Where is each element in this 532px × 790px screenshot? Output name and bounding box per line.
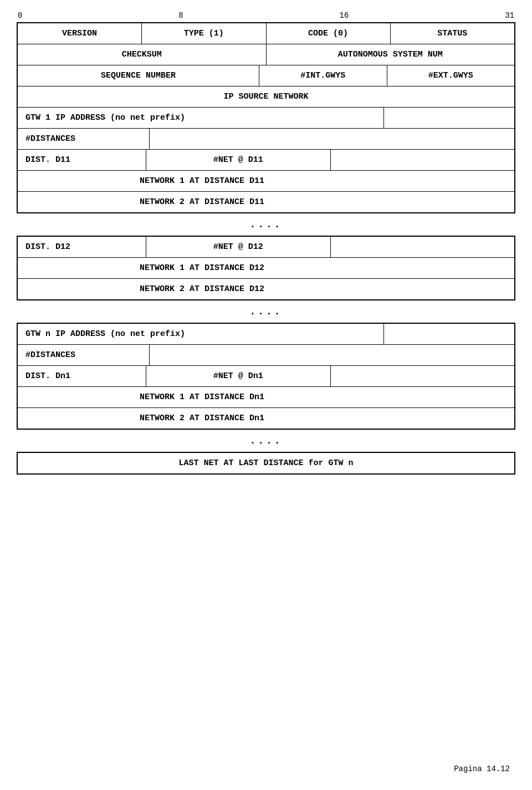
page-footer: Pagina 14.12 <box>454 764 510 773</box>
cell-net-dn1-empty <box>331 366 515 386</box>
row-gtwn-ip: GTW n IP ADDRESS (no net prefix) <box>18 324 514 344</box>
row-network2-d12: NETWORK 2 AT DISTANCE D12 <box>18 278 514 299</box>
cell-net-d11: #NET @ D11 <box>146 150 331 170</box>
cell-dist-dn1: DIST. Dn1 <box>18 366 146 386</box>
bit-rulers: 0 8 16 31 <box>17 11 515 20</box>
cell-gtw1-ip: GTW 1 IP ADDRESS (no net prefix) <box>18 108 384 128</box>
cell-network2-d11: NETWORK 2 AT DISTANCE D11 <box>18 192 514 212</box>
cell-gtw1-empty <box>384 108 514 128</box>
cell-gtwn-distances-empty <box>150 345 514 365</box>
row-last-net: LAST NET AT LAST DISTANCE for GTW n <box>18 453 514 473</box>
row-distances: #DISTANCES <box>18 128 514 149</box>
row-network2-dn1: NETWORK 2 AT DISTANCE Dn1 <box>18 407 514 429</box>
cell-ip-source: IP SOURCE NETWORK <box>18 86 514 107</box>
packet-diagram: VERSION TYPE (1) CODE (0) STATUS CHECKSU… <box>17 22 515 213</box>
row-network1-dn1: NETWORK 1 AT DISTANCE Dn1 <box>18 386 514 407</box>
cell-int-gwys: #INT.GWYS <box>259 65 387 86</box>
ruler-0: 0 <box>18 11 22 20</box>
cell-gtwn-ip: GTW n IP ADDRESS (no net prefix) <box>18 324 384 344</box>
row-network1-d11: NETWORK 1 AT DISTANCE D11 <box>18 170 514 191</box>
cell-gtwn-distances: #DISTANCES <box>18 345 150 365</box>
cell-version: VERSION <box>18 23 142 44</box>
row-gtwn-distances: #DISTANCES <box>18 344 514 365</box>
cell-distances: #DISTANCES <box>18 129 150 149</box>
cell-network1-dn1: NETWORK 1 AT DISTANCE Dn1 <box>18 387 514 407</box>
row-dist-d11: DIST. D11 #NET @ D11 <box>18 149 514 170</box>
cell-gtwn-empty <box>384 324 514 344</box>
row-network1-d12: NETWORK 1 AT DISTANCE D12 <box>18 257 514 278</box>
dots-separator-3: .... <box>17 430 515 452</box>
row-dist-dn1: DIST. Dn1 #NET @ Dn1 <box>18 365 514 386</box>
cell-status: STATUS <box>391 23 514 44</box>
row-checksum: CHECKSUM AUTONOMOUS SYSTEM NUM <box>18 44 514 65</box>
cell-ext-gwys: #EXT.GWYS <box>387 65 515 86</box>
row-ip-source: IP SOURCE NETWORK <box>18 86 514 108</box>
dots-separator-1: .... <box>17 213 515 236</box>
last-row-box: LAST NET AT LAST DISTANCE for GTW n <box>17 452 515 475</box>
cell-net-d12: #NET @ D12 <box>146 237 331 257</box>
row-dist-d12: DIST. D12 #NET @ D12 <box>18 237 514 257</box>
cell-net-d12-empty <box>331 237 515 257</box>
gtwn-block: GTW n IP ADDRESS (no net prefix) #DISTAN… <box>17 323 515 430</box>
ruler-16: 16 <box>340 11 349 20</box>
ruler-31: 31 <box>505 11 514 20</box>
cell-last-net: LAST NET AT LAST DISTANCE for GTW n <box>18 453 514 473</box>
cell-network2-dn1: NETWORK 2 AT DISTANCE Dn1 <box>18 408 514 429</box>
row-network2-d11: NETWORK 2 AT DISTANCE D11 <box>18 191 514 212</box>
cell-sequence-number: SEQUENCE NUMBER <box>18 65 259 86</box>
cell-autonomous-sys: AUTONOMOUS SYSTEM NUM <box>267 44 515 65</box>
row-sequence: SEQUENCE NUMBER #INT.GWYS #EXT.GWYS <box>18 65 514 86</box>
cell-network2-d12: NETWORK 2 AT DISTANCE D12 <box>18 279 514 299</box>
ruler-8: 8 <box>178 11 183 20</box>
dist-d12-block: DIST. D12 #NET @ D12 NETWORK 1 AT DISTAN… <box>17 236 515 300</box>
cell-checksum: CHECKSUM <box>18 44 267 65</box>
cell-code: CODE (0) <box>267 23 391 44</box>
cell-dist-d11: DIST. D11 <box>18 150 146 170</box>
cell-network1-d12: NETWORK 1 AT DISTANCE D12 <box>18 258 514 278</box>
cell-dist-d12: DIST. D12 <box>18 237 146 257</box>
cell-type: TYPE (1) <box>142 23 266 44</box>
cell-net-d11-empty <box>331 150 515 170</box>
dots-separator-2: .... <box>17 300 515 323</box>
row-gtw1-ip: GTW 1 IP ADDRESS (no net prefix) <box>18 108 514 128</box>
cell-network1-d11: NETWORK 1 AT DISTANCE D11 <box>18 171 514 191</box>
cell-net-dn1: #NET @ Dn1 <box>146 366 331 386</box>
cell-distances-empty <box>150 129 514 149</box>
row-version-type: VERSION TYPE (1) CODE (0) STATUS <box>18 23 514 44</box>
